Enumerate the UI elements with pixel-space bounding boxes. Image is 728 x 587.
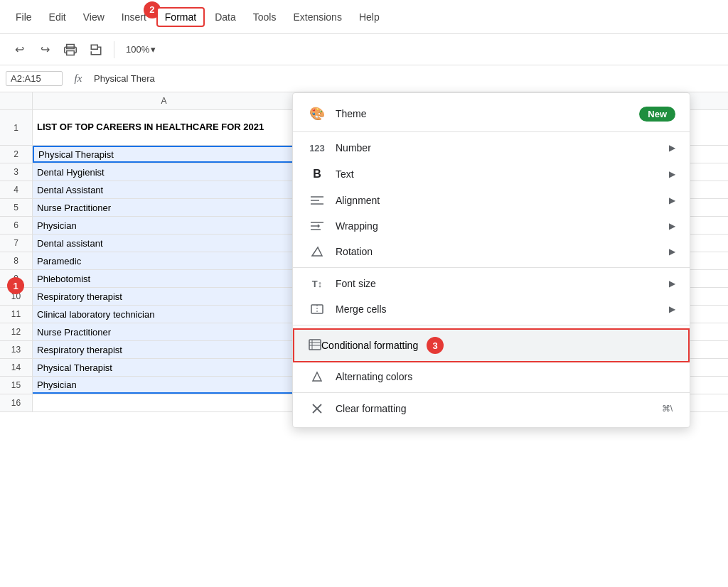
menu-divider — [293, 131, 690, 132]
cell-a9[interactable]: Phlebotomist — [33, 270, 296, 287]
menu-view[interactable]: View — [76, 9, 112, 26]
row-number: 5 — [0, 199, 33, 216]
cell-a5[interactable]: Nurse Practitioner — [33, 199, 296, 216]
cell-a4[interactable]: Dental Assistant — [33, 181, 296, 198]
alternating-colors-label: Alternating colors — [336, 371, 675, 382]
row-number: 1 — [0, 110, 33, 145]
menu-help[interactable]: Help — [352, 9, 387, 26]
rotation-menu-item[interactable]: Rotation ▶ — [293, 239, 690, 264]
number-arrow-icon: ▶ — [669, 143, 675, 153]
text-label: Text — [336, 168, 669, 180]
fx-icon: fx — [68, 72, 88, 85]
merge-menu-item[interactable]: Merge cells ▶ — [293, 296, 690, 322]
menu-file[interactable]: File — [9, 9, 39, 26]
row-number: 2 — [0, 146, 33, 163]
badge-1: 1 — [7, 277, 24, 294]
merge-arrow-icon: ▶ — [669, 304, 675, 314]
conditional-formatting-icon — [309, 339, 321, 352]
cell-a1[interactable]: LIST OF TOP CAREERS IN HEALTHCARE FOR 20… — [33, 110, 296, 145]
menu-bar: File Edit View Insert 2 Format Data Tool… — [0, 0, 728, 34]
fontsize-menu-item[interactable]: T↕ Font size ▶ — [293, 271, 690, 296]
zoom-arrow-icon: ▾ — [151, 44, 156, 55]
rotation-arrow-icon: ▶ — [669, 247, 675, 257]
badge-3: 3 — [427, 337, 444, 354]
clear-formatting-icon — [307, 403, 327, 414]
paint-format-button[interactable] — [85, 39, 107, 60]
alignment-icon — [307, 195, 327, 205]
formula-bar: fx — [0, 65, 728, 92]
svg-rect-1 — [67, 50, 75, 55]
row-num-header — [0, 92, 33, 109]
redo-button[interactable]: ↪ — [34, 39, 55, 60]
menu-tools[interactable]: Tools — [246, 9, 284, 26]
svg-rect-10 — [309, 340, 321, 350]
row-number: 16 — [0, 394, 33, 411]
toolbar: ↩ ↪ 100% ▾ — [0, 34, 728, 65]
row-number: 12 — [0, 323, 33, 340]
cell-a2[interactable]: Physical Therapist — [33, 146, 296, 163]
cell-a7[interactable]: Dental assistant — [33, 235, 296, 252]
number-label: Number — [336, 142, 669, 154]
main-content: A E 1 1 LIST OF TOP CAREERS IN HEALTHCAR… — [0, 92, 728, 587]
row-number: 8 — [0, 252, 33, 269]
cell-a12[interactable]: Nurse Practitioner — [33, 323, 296, 340]
menu-format[interactable]: Format — [156, 7, 205, 27]
cell-a15[interactable]: Physician — [33, 377, 296, 394]
cell-a14[interactable]: Physical Therapist — [33, 359, 296, 376]
cell-a8[interactable]: Paramedic — [33, 252, 296, 269]
text-icon: B — [307, 168, 327, 181]
merge-label: Merge cells — [336, 303, 669, 315]
toolbar-separator — [114, 41, 114, 58]
text-menu-item[interactable]: B Text ▶ — [293, 161, 690, 188]
text-arrow-icon: ▶ — [669, 169, 675, 179]
row-number: 4 — [0, 181, 33, 198]
theme-label: Theme — [336, 108, 639, 119]
menu-divider-4 — [293, 392, 690, 393]
cell-a11[interactable]: Clinical laboratory technician — [33, 306, 296, 323]
menu-insert[interactable]: Insert 2 — [114, 9, 154, 26]
cell-a16[interactable] — [33, 394, 296, 411]
undo-button[interactable]: ↩ — [9, 39, 30, 60]
formula-input[interactable] — [94, 73, 722, 84]
col-header-a: A — [33, 92, 296, 109]
wrapping-label: Wrapping — [336, 220, 669, 232]
row-number: 3 — [0, 163, 33, 181]
alignment-menu-item[interactable]: Alignment ▶ — [293, 188, 690, 213]
menu-edit[interactable]: Edit — [42, 9, 73, 26]
theme-icon: 🎨 — [307, 106, 327, 122]
fontsize-arrow-icon: ▶ — [669, 279, 675, 289]
wrapping-icon — [307, 221, 327, 231]
cell-a6[interactable]: Physician — [33, 217, 296, 234]
rotation-icon — [307, 246, 327, 257]
print-button[interactable] — [60, 39, 81, 60]
wrapping-arrow-icon: ▶ — [669, 221, 675, 231]
clear-formatting-shortcut: ⌘\ — [662, 404, 673, 414]
menu-insert-label: Insert — [122, 11, 146, 23]
conditional-formatting-menu-item[interactable]: Conditional formatting 3 — [293, 328, 690, 362]
alternating-colors-icon — [307, 371, 327, 382]
zoom-control[interactable]: 100% ▾ — [122, 43, 160, 56]
row-number: 7 — [0, 235, 33, 252]
alternating-colors-menu-item[interactable]: Alternating colors — [293, 364, 690, 389]
clear-formatting-menu-item[interactable]: Clear formatting ⌘\ — [293, 396, 690, 421]
fontsize-label: Font size — [336, 278, 669, 289]
conditional-formatting-label: Conditional formatting — [321, 340, 418, 351]
wrapping-menu-item[interactable]: Wrapping ▶ — [293, 213, 690, 239]
menu-data[interactable]: Data — [208, 9, 243, 26]
row-number: 15 — [0, 377, 33, 394]
cell-reference-input[interactable] — [6, 71, 63, 86]
cell-a10[interactable]: Respiratory therapist — [33, 288, 296, 305]
menu-extensions[interactable]: Extensions — [286, 9, 348, 26]
cell-a13[interactable]: Respiratory therapist — [33, 341, 296, 358]
row-number: 14 — [0, 359, 33, 376]
menu-divider-3 — [293, 325, 690, 325]
row-number: 13 — [0, 341, 33, 358]
cell-a3[interactable]: Dental Hygienist — [33, 163, 296, 181]
row-number: 11 — [0, 306, 33, 323]
theme-menu-item[interactable]: 🎨 Theme New — [293, 99, 690, 129]
row-number: 6 — [0, 217, 33, 234]
zoom-value: 100% — [126, 44, 149, 55]
rotation-label: Rotation — [336, 246, 669, 257]
number-menu-item[interactable]: 123 Number ▶ — [293, 135, 690, 161]
fontsize-icon: T↕ — [307, 279, 327, 289]
